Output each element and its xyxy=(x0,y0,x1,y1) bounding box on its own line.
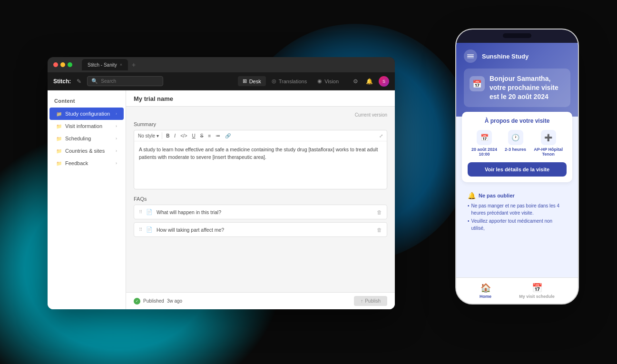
content-area: Current version Summary No style ▾ xyxy=(126,107,395,287)
phone-header: Sunshine Study 📅 Bonjour Samantha, votre… xyxy=(456,43,578,117)
browser-chrome: Stitch - Sanity × + xyxy=(48,57,395,72)
notifications-icon[interactable]: 🔔 xyxy=(364,77,375,86)
published-badge: ✓ Published 3w ago xyxy=(134,298,182,305)
hospital-icon: ➕ xyxy=(541,130,556,145)
folder-icon: 📁 xyxy=(56,124,62,129)
italic-button[interactable]: I xyxy=(173,133,176,139)
phone-navbar: 🏠 Home 📅 My visit schedule xyxy=(456,277,578,304)
drag-handle-icon[interactable]: ⠿ xyxy=(139,209,142,215)
chevron-right-icon: › xyxy=(116,111,117,116)
hamburger-line xyxy=(467,56,474,57)
sidebar-header: Content xyxy=(48,95,126,108)
sidebar-item-visit-information[interactable]: 📁 Visit information › xyxy=(49,120,124,132)
link-button[interactable]: 🔗 xyxy=(224,133,232,139)
doc-icon: 📄 xyxy=(146,209,153,215)
faq-item-2: ⠿ 📄 How will taking part affect me? 🗑 xyxy=(134,222,387,237)
style-label: No style xyxy=(138,133,155,138)
visit-location-label: AP-HP HôpitalTenon xyxy=(534,147,563,157)
sidebar-item-label: Feedback xyxy=(65,160,88,166)
bottom-bar: ✓ Published 3w ago ↑ Publish xyxy=(126,292,395,309)
faq-text-1: What will happen in this trial? xyxy=(157,209,373,215)
underline-button[interactable]: U xyxy=(191,133,196,139)
visit-detail-date: 📅 20 août 202410:00 xyxy=(471,130,497,157)
phone-notch xyxy=(456,30,578,43)
delete-faq-1-button[interactable]: 🗑 xyxy=(377,209,382,215)
publish-button[interactable]: ↑ Publish xyxy=(354,296,387,306)
current-version-label: Current version xyxy=(134,112,387,118)
editor-toolbar: No style ▾ B I </> U S ≡ ≔ xyxy=(134,130,387,141)
published-time: 3w ago xyxy=(167,298,182,304)
reminder-item-1: • Ne pas manger et ne pas boire dans les… xyxy=(468,202,567,216)
reminder-bell-icon: 🔔 xyxy=(468,192,476,199)
visit-detail-location: ➕ AP-HP HôpitalTenon xyxy=(534,130,563,157)
sidebar-item-feedback[interactable]: 📁 Feedback › xyxy=(49,157,124,169)
calendar-icon: 📅 xyxy=(477,130,492,145)
chevron-right-icon: › xyxy=(116,136,117,141)
settings-icon[interactable]: ⚙ xyxy=(351,77,360,86)
chevron-right-icon: › xyxy=(116,148,117,153)
sidebar-item-study-configuration[interactable]: 📁 Study configuration › xyxy=(49,108,124,120)
published-dot: ✓ xyxy=(134,298,140,305)
list-button[interactable]: ≡ xyxy=(207,133,212,139)
reminder-items: • Ne pas manger et ne pas boire dans les… xyxy=(468,202,567,232)
reminder-text-2: Veuillez apporter tout médicament non ut… xyxy=(471,217,567,232)
clock-icon: 🕐 xyxy=(508,130,523,145)
greeting-text: Bonjour Samantha, votre prochaine visite… xyxy=(490,74,565,101)
sidebar-item-scheduling[interactable]: 📁 Scheduling › xyxy=(49,132,124,145)
tab-close-icon[interactable]: × xyxy=(120,62,122,67)
close-button[interactable] xyxy=(53,62,58,67)
greeting-calendar-icon: 📅 xyxy=(470,76,485,91)
visit-schedule-label: My visit schedule xyxy=(519,294,555,299)
hamburger-button[interactable] xyxy=(464,49,477,63)
toolbar-search[interactable]: 🔍 Search xyxy=(87,76,163,86)
delete-faq-2-button[interactable]: 🗑 xyxy=(377,227,382,233)
hamburger-line xyxy=(467,54,474,55)
visit-details-button[interactable]: Voir les détails de la visite xyxy=(468,162,567,177)
new-tab-button[interactable]: + xyxy=(130,61,137,69)
editor-container: No style ▾ B I </> U S ≡ ≔ xyxy=(134,130,387,189)
edit-icon[interactable]: ✎ xyxy=(75,77,83,86)
sidebar-item-countries-sites[interactable]: 📁 Countries & sites › xyxy=(49,145,124,157)
stitch-logo: Stitch: xyxy=(53,78,71,85)
home-label: Home xyxy=(480,294,491,299)
expand-icon[interactable]: ⤢ xyxy=(379,133,383,138)
faqs-section: FAQs ⠿ 📄 What will happen in this trial?… xyxy=(134,196,387,237)
editor-body[interactable]: A study to learn how effective and safe … xyxy=(134,141,387,189)
search-icon: 🔍 xyxy=(91,78,98,84)
user-avatar[interactable]: S xyxy=(379,76,389,87)
style-select[interactable]: No style ▾ xyxy=(138,133,159,138)
publish-label: Publish xyxy=(365,298,381,304)
nav-item-translations[interactable]: ◎ Translations xyxy=(267,76,312,86)
minimize-button[interactable] xyxy=(60,62,65,67)
visit-info-title: À propos de votre visite xyxy=(468,118,567,124)
browser-tab[interactable]: Stitch - Sanity × xyxy=(82,59,128,70)
folder-icon: 📁 xyxy=(56,111,62,117)
bold-button[interactable]: B xyxy=(165,133,170,139)
code-button[interactable]: </> xyxy=(179,133,188,139)
drag-handle-icon[interactable]: ⠿ xyxy=(139,227,142,232)
editor-divider xyxy=(162,132,162,139)
sidebar: Content 📁 Study configuration › 📁 Visit … xyxy=(48,90,126,309)
bullet: • xyxy=(468,217,470,232)
translations-label: Translations xyxy=(279,79,307,84)
nav-item-vision[interactable]: ◉ Vision xyxy=(313,76,343,86)
publish-icon: ↑ xyxy=(361,298,363,304)
visit-details-row: 📅 20 août 202410:00 🕐 2-3 heures ➕ AP-HP… xyxy=(468,130,567,157)
ordered-list-button[interactable]: ≔ xyxy=(215,133,221,139)
nav-tab-home[interactable]: 🏠 Home xyxy=(480,283,491,299)
maximize-button[interactable] xyxy=(68,62,72,67)
calendar-nav-icon: 📅 xyxy=(532,283,542,293)
folder-icon: 📁 xyxy=(56,136,62,141)
strikethrough-button[interactable]: S xyxy=(199,133,205,139)
toolbar-nav-items: ⊞ Desk ◎ Translations ◉ Vision xyxy=(238,76,343,86)
vision-icon: ◉ xyxy=(317,78,322,84)
reminder-title: Ne pas oublier xyxy=(479,193,515,198)
greeting-card: 📅 Bonjour Samantha, votre prochaine visi… xyxy=(464,69,570,107)
nav-item-desk[interactable]: ⊞ Desk xyxy=(238,76,266,86)
faq-text-2: How will taking part affect me? xyxy=(157,227,373,233)
chevron-right-icon: › xyxy=(116,161,117,166)
desk-label: Desk xyxy=(249,79,261,84)
home-icon: 🏠 xyxy=(480,283,491,293)
desk-icon: ⊞ xyxy=(243,78,247,84)
nav-tab-visit-schedule[interactable]: 📅 My visit schedule xyxy=(519,283,555,299)
